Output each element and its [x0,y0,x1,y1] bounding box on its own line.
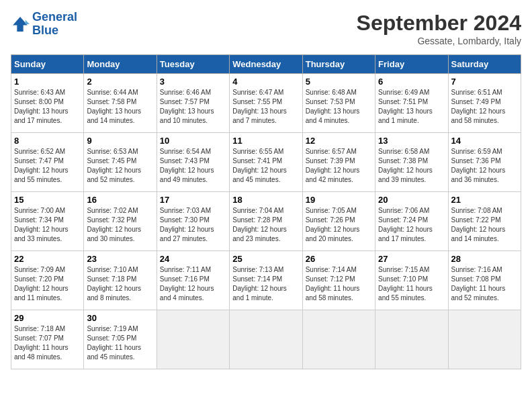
page-header: General Blue September 2024 Gessate, Lom… [11,11,521,46]
calendar-cell: 27Sunrise: 7:15 AMSunset: 7:10 PMDayligh… [375,251,448,310]
day-number: 8 [14,136,81,146]
weekday-header-row: SundayMondayTuesdayWednesdayThursdayFrid… [11,55,521,74]
day-number: 10 [160,136,226,146]
calendar-cell: 5Sunrise: 6:48 AMSunset: 7:53 PMDaylight… [302,74,375,133]
day-number: 21 [451,195,518,205]
day-number: 15 [14,195,81,205]
day-detail: Sunrise: 6:47 AMSunset: 7:55 PMDaylight:… [232,88,299,126]
calendar-cell: 6Sunrise: 6:49 AMSunset: 7:51 PMDaylight… [375,74,448,133]
week-row-3: 15Sunrise: 7:00 AMSunset: 7:34 PMDayligh… [11,192,521,251]
day-detail: Sunrise: 6:55 AMSunset: 7:41 PMDaylight:… [232,147,299,185]
day-detail: Sunrise: 7:11 AMSunset: 7:16 PMDaylight:… [160,265,226,303]
day-number: 19 [306,195,372,205]
day-detail: Sunrise: 6:59 AMSunset: 7:36 PMDaylight:… [451,147,518,185]
day-detail: Sunrise: 7:15 AMSunset: 7:10 PMDaylight:… [378,265,445,303]
day-detail: Sunrise: 6:58 AMSunset: 7:38 PMDaylight:… [378,147,445,185]
calendar-cell: 21Sunrise: 7:08 AMSunset: 7:22 PMDayligh… [448,192,521,251]
day-detail: Sunrise: 6:43 AMSunset: 8:00 PMDaylight:… [14,88,81,126]
calendar-cell [375,310,448,369]
day-number: 3 [160,77,226,87]
title-block: September 2024 Gessate, Lombardy, Italy [357,11,521,46]
calendar-cell: 12Sunrise: 6:57 AMSunset: 7:39 PMDayligh… [302,133,375,192]
day-detail: Sunrise: 6:49 AMSunset: 7:51 PMDaylight:… [378,88,445,126]
day-number: 7 [451,77,518,87]
week-row-2: 8Sunrise: 6:52 AMSunset: 7:47 PMDaylight… [11,133,521,192]
logo-blue: Blue [32,24,58,37]
day-detail: Sunrise: 7:19 AMSunset: 7:05 PMDaylight:… [87,324,153,362]
weekday-header-tuesday: Tuesday [157,55,229,74]
day-number: 14 [451,136,518,146]
calendar-cell: 26Sunrise: 7:14 AMSunset: 7:12 PMDayligh… [302,251,375,310]
day-number: 9 [87,136,153,146]
week-row-1: 1Sunrise: 6:43 AMSunset: 8:00 PMDaylight… [11,74,521,133]
day-number: 22 [14,254,81,264]
calendar-cell: 1Sunrise: 6:43 AMSunset: 8:00 PMDaylight… [11,74,84,133]
day-detail: Sunrise: 7:02 AMSunset: 7:32 PMDaylight:… [87,206,153,244]
day-detail: Sunrise: 7:09 AMSunset: 7:20 PMDaylight:… [14,265,81,303]
day-number: 1 [14,77,81,87]
day-detail: Sunrise: 6:44 AMSunset: 7:58 PMDaylight:… [87,88,153,126]
calendar-cell: 30Sunrise: 7:19 AMSunset: 7:05 PMDayligh… [84,310,157,369]
weekday-header-thursday: Thursday [302,55,375,74]
day-number: 5 [306,77,372,87]
day-number: 26 [306,254,372,264]
calendar-cell: 29Sunrise: 7:18 AMSunset: 7:07 PMDayligh… [11,310,84,369]
day-number: 16 [87,195,153,205]
weekday-header-monday: Monday [84,55,157,74]
day-number: 30 [87,313,153,323]
location-subtitle: Gessate, Lombardy, Italy [357,36,521,46]
calendar-cell: 2Sunrise: 6:44 AMSunset: 7:58 PMDaylight… [84,74,157,133]
day-detail: Sunrise: 7:08 AMSunset: 7:22 PMDaylight:… [451,206,518,244]
logo: General Blue [11,11,77,38]
day-detail: Sunrise: 6:52 AMSunset: 7:47 PMDaylight:… [14,147,81,185]
calendar-cell: 24Sunrise: 7:11 AMSunset: 7:16 PMDayligh… [157,251,229,310]
calendar-cell: 25Sunrise: 7:13 AMSunset: 7:14 PMDayligh… [230,251,302,310]
calendar-cell: 13Sunrise: 6:58 AMSunset: 7:38 PMDayligh… [375,133,448,192]
day-detail: Sunrise: 7:16 AMSunset: 7:08 PMDaylight:… [451,265,518,303]
calendar-cell: 15Sunrise: 7:00 AMSunset: 7:34 PMDayligh… [11,192,84,251]
calendar-cell: 18Sunrise: 7:04 AMSunset: 7:28 PMDayligh… [230,192,302,251]
day-number: 20 [378,195,445,205]
calendar-cell: 11Sunrise: 6:55 AMSunset: 7:41 PMDayligh… [230,133,302,192]
calendar-cell: 3Sunrise: 6:46 AMSunset: 7:57 PMDaylight… [157,74,229,133]
day-number: 28 [451,254,518,264]
day-detail: Sunrise: 7:00 AMSunset: 7:34 PMDaylight:… [14,206,81,244]
calendar-cell: 10Sunrise: 6:54 AMSunset: 7:43 PMDayligh… [157,133,229,192]
month-title: September 2024 [357,11,521,36]
calendar-cell [448,310,521,369]
calendar-cell: 19Sunrise: 7:05 AMSunset: 7:26 PMDayligh… [302,192,375,251]
day-number: 17 [160,195,226,205]
day-detail: Sunrise: 6:48 AMSunset: 7:53 PMDaylight:… [306,88,372,126]
calendar-cell: 22Sunrise: 7:09 AMSunset: 7:20 PMDayligh… [11,251,84,310]
day-number: 27 [378,254,445,264]
calendar-cell [230,310,302,369]
day-detail: Sunrise: 7:06 AMSunset: 7:24 PMDaylight:… [378,206,445,244]
weekday-header-wednesday: Wednesday [230,55,302,74]
day-number: 18 [232,195,299,205]
calendar-cell: 16Sunrise: 7:02 AMSunset: 7:32 PMDayligh… [84,192,157,251]
calendar-cell: 9Sunrise: 6:53 AMSunset: 7:45 PMDaylight… [84,133,157,192]
day-detail: Sunrise: 6:51 AMSunset: 7:49 PMDaylight:… [451,88,518,126]
calendar-cell: 14Sunrise: 6:59 AMSunset: 7:36 PMDayligh… [448,133,521,192]
day-detail: Sunrise: 7:03 AMSunset: 7:30 PMDaylight:… [160,206,226,244]
calendar-body: 1Sunrise: 6:43 AMSunset: 8:00 PMDaylight… [11,74,521,369]
day-number: 12 [306,136,372,146]
day-detail: Sunrise: 7:14 AMSunset: 7:12 PMDaylight:… [306,265,372,303]
day-number: 6 [378,77,445,87]
day-number: 25 [232,254,299,264]
day-detail: Sunrise: 6:57 AMSunset: 7:39 PMDaylight:… [306,147,372,185]
weekday-header-saturday: Saturday [448,55,521,74]
week-row-4: 22Sunrise: 7:09 AMSunset: 7:20 PMDayligh… [11,251,521,310]
day-number: 2 [87,77,153,87]
calendar-cell: 4Sunrise: 6:47 AMSunset: 7:55 PMDaylight… [230,74,302,133]
weekday-header-friday: Friday [375,55,448,74]
calendar-cell: 17Sunrise: 7:03 AMSunset: 7:30 PMDayligh… [157,192,229,251]
day-detail: Sunrise: 6:54 AMSunset: 7:43 PMDaylight:… [160,147,226,185]
day-detail: Sunrise: 7:04 AMSunset: 7:28 PMDaylight:… [232,206,299,244]
day-detail: Sunrise: 6:46 AMSunset: 7:57 PMDaylight:… [160,88,226,126]
day-number: 11 [232,136,299,146]
calendar-cell: 20Sunrise: 7:06 AMSunset: 7:24 PMDayligh… [375,192,448,251]
day-number: 4 [232,77,299,87]
day-number: 29 [14,313,81,323]
day-detail: Sunrise: 6:53 AMSunset: 7:45 PMDaylight:… [87,147,153,185]
